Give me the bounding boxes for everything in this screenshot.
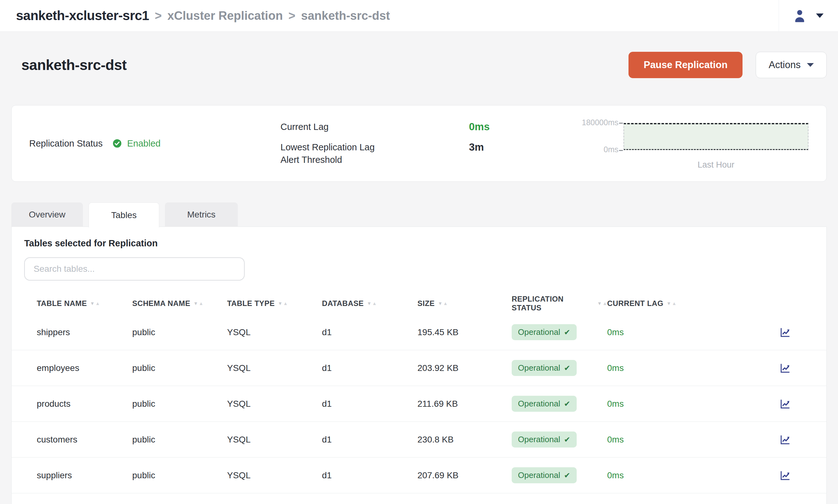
actions-button-label: Actions — [769, 59, 801, 71]
replication-status-value: Enabled — [127, 138, 160, 149]
col-current-lag: CURRENT LAG — [607, 299, 663, 308]
tab-overview[interactable]: Overview — [11, 202, 83, 227]
status-badge: Operational — [512, 396, 577, 412]
actions-button[interactable]: Actions — [756, 52, 827, 78]
check-circle-icon — [112, 138, 122, 148]
cell-table-type: YSQL — [227, 363, 322, 373]
chart-tick — [619, 123, 623, 124]
cell-current-lag: 0ms — [607, 363, 758, 373]
breadcrumb-separator-icon: > — [155, 9, 162, 23]
cell-current-lag: 0ms — [607, 327, 758, 337]
cell-database: d1 — [322, 363, 417, 373]
chart-tick — [619, 150, 623, 151]
breadcrumb-separator-icon: > — [288, 9, 295, 23]
cell-schema-name: public — [132, 327, 227, 337]
check-icon — [564, 363, 570, 373]
cell-database: d1 — [322, 399, 417, 409]
chart-xaxis-label: Last Hour — [624, 160, 808, 170]
breadcrumb-xcluster-replication[interactable]: xCluster Replication — [168, 9, 283, 23]
table-body: shippers public YSQL d1 195.45 KB Operat… — [12, 314, 826, 493]
col-schema-name: SCHEMA NAME — [132, 299, 190, 308]
cell-size: 195.45 KB — [417, 327, 512, 337]
cell-table-name: products — [37, 399, 132, 409]
search-tables-input[interactable] — [24, 257, 245, 281]
lag-chart-icon[interactable] — [779, 434, 791, 446]
check-icon — [564, 470, 570, 480]
breadcrumb-current: sanketh-src-dst — [301, 9, 390, 23]
status-badge: Operational — [512, 467, 577, 483]
sort-icon[interactable] — [666, 301, 677, 306]
status-badge: Operational — [512, 324, 577, 340]
sort-icon[interactable] — [278, 301, 288, 306]
cell-table-name: suppliers — [37, 470, 132, 481]
current-lag-label: Current Lag — [280, 121, 390, 133]
page-title: sanketh-src-dst — [21, 56, 126, 73]
cell-table-name: employees — [37, 363, 132, 373]
panel-heading: Tables selected for Replication — [24, 238, 826, 249]
lag-chart-icon[interactable] — [779, 362, 791, 374]
cell-current-lag: 0ms — [607, 470, 758, 481]
col-database: DATABASE — [322, 299, 364, 308]
table-row: customers public YSQL d1 230.8 KB Operat… — [12, 422, 826, 457]
cell-size: 211.69 KB — [417, 399, 512, 409]
chart-ymin-label: 0ms — [568, 145, 618, 154]
table-row: suppliers public YSQL d1 207.69 KB Opera… — [12, 457, 826, 493]
table-row: employees public YSQL d1 203.92 KB Opera… — [12, 350, 826, 386]
cell-current-lag: 0ms — [607, 435, 758, 445]
cell-database: d1 — [322, 470, 417, 481]
breadcrumb: sanketh-xcluster-src1 > xCluster Replica… — [16, 8, 390, 23]
cell-schema-name: public — [132, 435, 227, 445]
topbar: sanketh-xcluster-src1 > xCluster Replica… — [0, 0, 838, 32]
page-header: sanketh-src-dst Pause Replication Action… — [11, 32, 827, 78]
tab-metrics[interactable]: Metrics — [165, 202, 238, 227]
replication-status-label: Replication Status — [29, 138, 103, 149]
lag-mini-chart: 180000ms 0ms Last Hour — [570, 114, 809, 173]
cell-current-lag: 0ms — [607, 399, 758, 409]
cell-table-type: YSQL — [227, 435, 322, 445]
check-icon — [564, 435, 570, 444]
cell-database: d1 — [322, 327, 417, 337]
lag-chart-icon[interactable] — [779, 398, 791, 410]
table-header-row: TABLE NAME SCHEMA NAME TABLE TYPE DATABA… — [12, 292, 826, 314]
status-badge: Operational — [512, 360, 577, 376]
pause-replication-button[interactable]: Pause Replication — [629, 52, 743, 78]
current-lag-value: 0ms — [469, 121, 507, 133]
sort-icon[interactable] — [438, 301, 448, 306]
col-replication-status: REPLICATION STATUS — [512, 295, 594, 312]
col-table-type: TABLE TYPE — [227, 299, 275, 308]
lag-chart-icon[interactable] — [779, 469, 791, 481]
cell-database: d1 — [322, 435, 417, 445]
tables-panel: Tables selected for Replication TABLE NA… — [11, 227, 827, 504]
lag-chart-icon[interactable] — [779, 326, 791, 338]
sort-icon[interactable] — [367, 301, 377, 306]
cell-table-type: YSQL — [227, 470, 322, 481]
sort-icon[interactable] — [193, 301, 204, 306]
check-icon — [564, 327, 570, 337]
user-icon — [791, 7, 808, 24]
cell-table-name: shippers — [37, 327, 132, 337]
user-menu-button[interactable] — [779, 0, 832, 32]
chart-plot-area — [624, 123, 808, 150]
col-table-name: TABLE NAME — [37, 299, 87, 308]
cell-schema-name: public — [132, 399, 227, 409]
chevron-down-icon — [816, 14, 823, 18]
cell-schema-name: public — [132, 470, 227, 481]
status-badge: Operational — [512, 432, 577, 448]
cell-size: 207.69 KB — [417, 470, 512, 481]
cell-table-type: YSQL — [227, 327, 322, 337]
sort-icon[interactable] — [597, 301, 607, 306]
cell-size: 230.8 KB — [417, 435, 512, 445]
replication-status-card: Replication Status Enabled Current Lag 0… — [11, 105, 827, 182]
chart-ymax-label: 180000ms — [568, 118, 618, 127]
tab-tables[interactable]: Tables — [89, 202, 159, 228]
cell-table-name: customers — [37, 435, 132, 445]
cell-size: 203.92 KB — [417, 363, 512, 373]
sort-icon[interactable] — [90, 301, 100, 306]
lag-threshold-value: 3m — [469, 141, 507, 166]
tab-bar: Overview Tables Metrics — [11, 202, 827, 227]
replication-tables-table: TABLE NAME SCHEMA NAME TABLE TYPE DATABA… — [12, 292, 826, 493]
breadcrumb-cluster[interactable]: sanketh-xcluster-src1 — [16, 8, 149, 23]
lag-threshold-label: Lowest Replication Lag Alert Threshold — [280, 141, 390, 166]
col-size: SIZE — [417, 299, 435, 308]
cell-schema-name: public — [132, 363, 227, 373]
